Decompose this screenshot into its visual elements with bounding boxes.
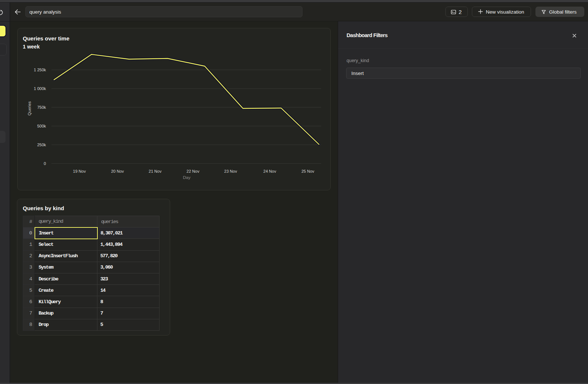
svg-text:19 Nov: 19 Nov <box>73 169 86 173</box>
svg-text:24 Nov: 24 Nov <box>263 169 276 173</box>
svg-text:750k: 750k <box>37 105 46 110</box>
svg-text:250k: 250k <box>37 143 46 147</box>
svg-text:1 250k: 1 250k <box>34 68 46 72</box>
svg-text:500k: 500k <box>37 124 46 128</box>
svg-text:0: 0 <box>44 161 46 166</box>
svg-text:Queries: Queries <box>27 101 32 115</box>
svg-text:20 Nov: 20 Nov <box>111 169 124 173</box>
svg-text:22 Nov: 22 Nov <box>187 169 200 173</box>
svg-text:25 Nov: 25 Nov <box>301 169 314 173</box>
svg-text:23 Nov: 23 Nov <box>224 169 237 173</box>
svg-text:21 Nov: 21 Nov <box>149 169 162 173</box>
svg-text:1 000k: 1 000k <box>34 86 46 91</box>
svg-text:Day: Day <box>183 175 191 180</box>
